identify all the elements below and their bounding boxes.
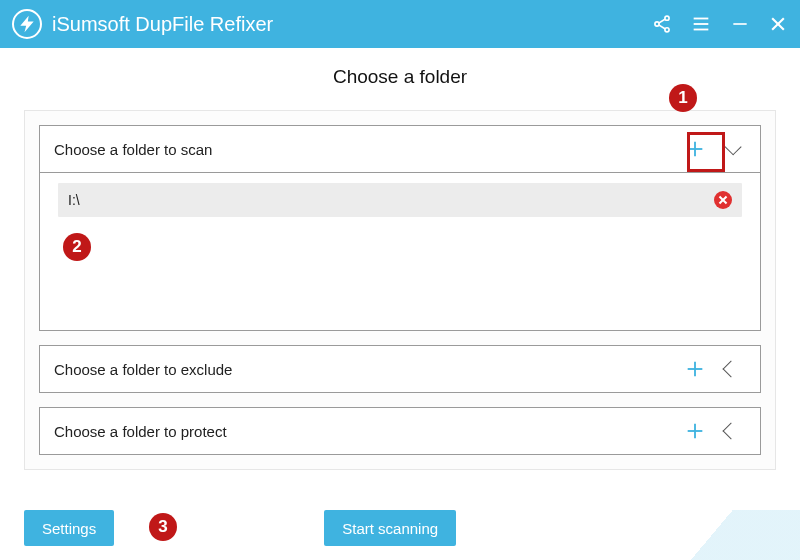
- protect-section-label: Choose a folder to protect: [54, 423, 680, 440]
- folder-path: I:\: [68, 192, 714, 208]
- exclude-section-header: Choose a folder to exclude: [39, 345, 761, 393]
- titlebar: iSumsoft DupFile Refixer: [0, 0, 800, 48]
- list-item: I:\: [58, 183, 742, 217]
- protect-section-header: Choose a folder to protect: [39, 407, 761, 455]
- share-icon[interactable]: [652, 14, 672, 34]
- scan-section-header: Choose a folder to scan: [39, 125, 761, 173]
- close-icon[interactable]: [768, 14, 788, 34]
- collapse-scan-icon[interactable]: [716, 143, 746, 155]
- add-scan-folder-button[interactable]: [680, 134, 710, 164]
- window-controls: [652, 13, 788, 35]
- remove-folder-icon[interactable]: [714, 191, 732, 209]
- app-title: iSumsoft DupFile Refixer: [52, 13, 652, 36]
- folder-panel: Choose a folder to scan I:\ Choose a fol…: [24, 110, 776, 470]
- add-exclude-folder-button[interactable]: [680, 354, 710, 384]
- svg-line-3: [659, 19, 666, 23]
- menu-icon[interactable]: [690, 13, 712, 35]
- svg-line-4: [659, 25, 666, 29]
- scan-folder-list: I:\: [39, 173, 761, 331]
- collapse-protect-icon[interactable]: [716, 425, 746, 437]
- collapse-exclude-icon[interactable]: [716, 363, 746, 375]
- page-title: Choose a folder: [0, 48, 800, 98]
- scan-section-label: Choose a folder to scan: [54, 141, 680, 158]
- minimize-icon[interactable]: [730, 14, 750, 34]
- add-protect-folder-button[interactable]: [680, 416, 710, 446]
- start-scanning-button[interactable]: Start scanning: [324, 510, 456, 546]
- bottom-bar: Settings Start scanning: [0, 496, 800, 560]
- exclude-section-label: Choose a folder to exclude: [54, 361, 680, 378]
- app-logo-icon: [12, 9, 42, 39]
- settings-button[interactable]: Settings: [24, 510, 114, 546]
